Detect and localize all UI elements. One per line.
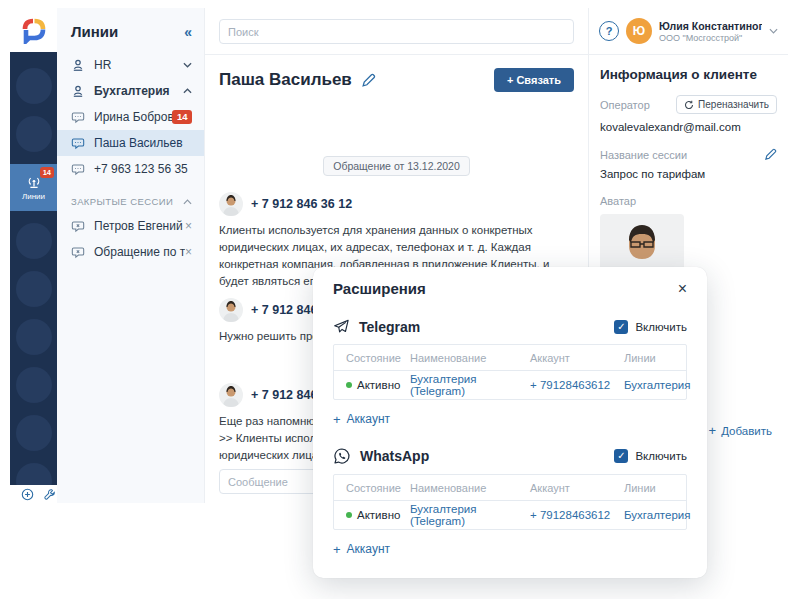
- client-info-title: Информация о клиенте: [600, 67, 777, 82]
- rail-avatar-placeholder[interactable]: [16, 367, 52, 403]
- add-circle-icon[interactable]: [21, 488, 34, 501]
- rail-avatar-placeholder[interactable]: [16, 68, 52, 104]
- session-label: Петров Евгений: [94, 219, 185, 233]
- extension-name: WhatsApp: [360, 448, 429, 464]
- account-phone-link[interactable]: + 79128463612: [530, 509, 624, 521]
- user-avatar[interactable]: Ю: [626, 18, 652, 44]
- app-logo[interactable]: [10, 8, 57, 52]
- session-label: Обращение по тар...: [94, 245, 185, 259]
- search-input[interactable]: [219, 19, 574, 44]
- enable-checkbox-checked[interactable]: ✓: [614, 320, 628, 334]
- rail-footer: [10, 485, 57, 503]
- status-active-dot: [346, 382, 352, 388]
- user-menu[interactable]: Юлия Константинопольская ООО "Мосгосстро…: [659, 20, 762, 43]
- logo-icon: [20, 16, 48, 44]
- reassign-button[interactable]: Переназначить: [676, 95, 777, 114]
- extension-name: Telegram: [359, 319, 420, 335]
- edit-name-icon[interactable]: [361, 73, 376, 88]
- person-icon: [71, 58, 86, 72]
- column-header: Состояние: [334, 352, 410, 364]
- account-phone-link[interactable]: + 79128463612: [530, 379, 624, 391]
- user-name: Юлия Константинопольская: [659, 20, 762, 32]
- chevron-down-icon[interactable]: [769, 28, 778, 34]
- rail-unread-badge: 14: [40, 167, 54, 178]
- extensions-modal: Расширения × Telegram ✓ Включить С: [313, 267, 707, 578]
- help-icon[interactable]: ?: [599, 21, 619, 41]
- group-label: Бухгалтерия: [94, 84, 183, 98]
- session-name-value: Запрос по тарифам: [600, 168, 777, 180]
- chat-bubble-closed-icon: [71, 245, 86, 259]
- chevron-up-icon[interactable]: [183, 199, 192, 205]
- rail-avatar-placeholder[interactable]: [16, 319, 52, 355]
- wrench-icon[interactable]: [43, 488, 56, 501]
- table-header-row: Состояние Наименование Аккаунт Линии: [334, 475, 686, 501]
- link-client-button[interactable]: + Связать: [494, 68, 574, 92]
- add-whatsapp-account-link[interactable]: + Аккаунт: [333, 542, 687, 556]
- chat-bubble-closed-icon: [71, 219, 86, 233]
- closed-session-request[interactable]: Обращение по тар... ×: [57, 239, 204, 265]
- rail-avatar-placeholder[interactable]: [16, 271, 52, 307]
- chat-bubble-icon: [71, 110, 86, 124]
- search-bar: [205, 8, 588, 55]
- operator-email: kovalevalexandr@mail.com: [600, 121, 777, 133]
- conversation-date-chip: Обращение от 13.12.2020: [323, 156, 470, 176]
- refresh-icon: [684, 100, 694, 110]
- sidebar-session-phone[interactable]: +7 963 123 56 35: [57, 156, 204, 182]
- table-row: Активно Бухгалтерия (Telegram) + 7912846…: [334, 501, 686, 529]
- rail-nav: Линии 14: [10, 52, 57, 485]
- message-avatar: [219, 192, 243, 216]
- message-sender: + 7 912 846 36 12: [251, 197, 352, 211]
- rail-avatar-placeholder[interactable]: [16, 223, 52, 259]
- remove-session-icon[interactable]: ×: [185, 220, 192, 232]
- collapse-sidebar-icon[interactable]: «: [184, 25, 192, 39]
- enable-label: Включить: [635, 450, 687, 462]
- sidebar-session-irina[interactable]: Ирина Боброва 14: [57, 104, 204, 130]
- modal-title: Расширения: [333, 280, 426, 297]
- rail-item-lines[interactable]: Линии 14: [10, 164, 57, 211]
- column-header: Аккаунт: [530, 482, 624, 494]
- column-header: Наименование: [410, 482, 530, 494]
- whatsapp-accounts-table: Состояние Наименование Аккаунт Линии Акт…: [333, 474, 687, 530]
- message-avatar: [219, 383, 243, 407]
- edit-session-icon[interactable]: [764, 148, 777, 161]
- closed-sessions-section: ЗАКРЫТЫЕ СЕССИИ: [57, 182, 204, 213]
- status-active-dot: [346, 512, 352, 518]
- remove-session-icon[interactable]: ×: [185, 246, 192, 258]
- close-modal-icon[interactable]: ×: [678, 281, 687, 297]
- sidebar-group-accounting[interactable]: Бухгалтерия: [57, 78, 204, 104]
- account-name-link[interactable]: Бухгалтерия (Telegram): [410, 373, 530, 397]
- add-extension-link[interactable]: + Добавить: [709, 424, 772, 437]
- whatsapp-section-header: WhatsApp ✓ Включить: [333, 447, 687, 465]
- rail-avatar-placeholder[interactable]: [16, 415, 52, 451]
- message-avatar: [219, 298, 243, 322]
- session-name-label: Название сессии: [600, 149, 687, 161]
- telegram-accounts-table: Состояние Наименование Аккаунт Линии Акт…: [333, 344, 687, 400]
- sidebar-group-hr[interactable]: HR: [57, 52, 204, 78]
- add-telegram-account-link[interactable]: + Аккаунт: [333, 412, 687, 426]
- rail-avatar-placeholder[interactable]: [16, 116, 52, 152]
- closed-sessions-label: ЗАКРЫТЫЕ СЕССИИ: [71, 196, 173, 207]
- operator-label: Оператор: [600, 99, 650, 111]
- sidebar-session-pasha-selected[interactable]: Паша Васильев: [57, 130, 204, 156]
- enable-checkbox-checked[interactable]: ✓: [614, 449, 628, 463]
- column-header: Состояние: [334, 482, 410, 494]
- lines-sidebar: Линии « HR: [57, 8, 205, 503]
- line-link[interactable]: Бухгалтерия: [624, 379, 690, 391]
- unread-badge: 14: [172, 110, 192, 124]
- table-header-row: Состояние Наименование Аккаунт Линии: [334, 345, 686, 371]
- sidebar-title: Линии: [71, 23, 118, 40]
- chat-header: Паша Васильев + Связать: [205, 55, 588, 98]
- chevron-up-icon[interactable]: [183, 88, 192, 94]
- closed-session-petrov[interactable]: Петров Евгений ×: [57, 213, 204, 239]
- table-row: Активно Бухгалтерия (Telegram) + 7912846…: [334, 371, 686, 399]
- enable-label: Включить: [635, 321, 687, 333]
- avatar-label: Аватар: [600, 195, 777, 207]
- sidebar-header: Линии «: [57, 8, 204, 52]
- status-text: Активно: [357, 509, 400, 521]
- line-link[interactable]: Бухгалтерия: [624, 509, 690, 521]
- rail-avatar-placeholder[interactable]: [16, 463, 52, 485]
- telegram-section-header: Telegram ✓ Включить: [333, 318, 687, 335]
- account-name-link[interactable]: Бухгалтерия (Telegram): [410, 503, 530, 527]
- chevron-down-icon[interactable]: [183, 62, 192, 68]
- column-header: Аккаунт: [530, 352, 624, 364]
